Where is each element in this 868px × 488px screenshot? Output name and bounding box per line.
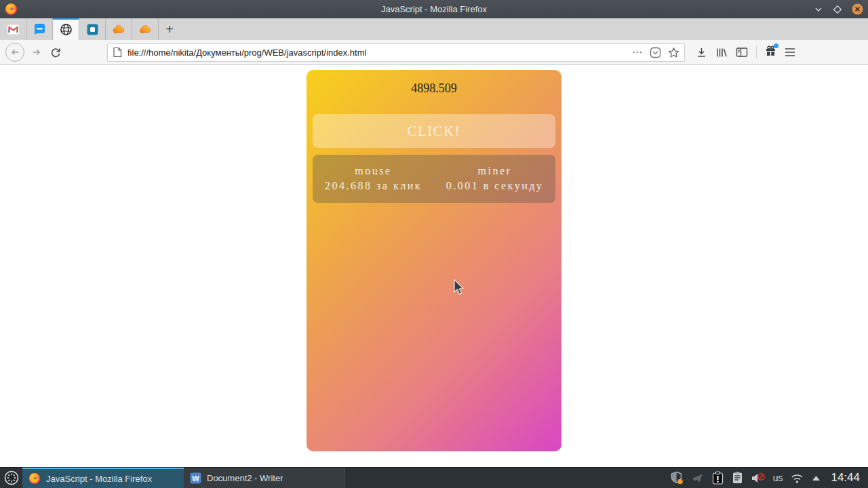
mouse-cursor	[452, 278, 467, 297]
library-icon[interactable]	[715, 47, 728, 58]
download-icon[interactable]	[696, 47, 707, 58]
upgrades-panel: mouse 204.688 за клик miner 0.001 в секу…	[313, 155, 555, 203]
back-button[interactable]	[5, 43, 24, 62]
keyboard-layout-indicator[interactable]: us	[773, 472, 783, 483]
forward-button[interactable]	[27, 43, 46, 62]
tab-bar: +	[0, 18, 868, 40]
tab-gmail[interactable]	[0, 18, 26, 40]
caret-up-icon[interactable]	[812, 475, 821, 481]
taskbar-task-firefox[interactable]: JavaScript - Mozilla Firefox	[22, 468, 184, 488]
upgrade-name: mouse	[313, 164, 434, 179]
clock[interactable]: 14:44	[831, 471, 860, 485]
cloud-icon	[113, 23, 125, 36]
close-icon[interactable]	[852, 3, 863, 15]
app-launcher-button[interactable]	[0, 468, 22, 488]
page-icon	[113, 47, 122, 58]
window-titlebar: JavaScript - Mozilla Firefox	[0, 0, 868, 18]
upgrade-mouse[interactable]: mouse 204.688 за клик	[313, 164, 434, 203]
back-icon	[9, 47, 20, 58]
toolbar-separator	[756, 45, 757, 59]
menu-icon[interactable]	[785, 48, 795, 57]
new-tab-button[interactable]: +	[159, 18, 180, 40]
clipboard-warning-icon[interactable]	[711, 471, 724, 485]
upgrade-miner[interactable]: miner 0.001 в секунду	[434, 164, 555, 203]
sidebar-icon[interactable]	[736, 47, 748, 58]
forward-icon	[31, 47, 42, 58]
taskbar-task-writer[interactable]: W Document2 - Writer	[184, 468, 345, 488]
firefox-icon	[28, 472, 41, 485]
tab-blue-app[interactable]	[79, 18, 106, 40]
upgrade-rate: 204.688 за клик	[313, 179, 434, 193]
shield-badge-icon[interactable]	[670, 471, 684, 485]
pocket-icon[interactable]	[650, 47, 661, 58]
upgrade-name: miner	[434, 164, 555, 179]
wifi-icon[interactable]	[790, 472, 804, 484]
score-value: 4898.509	[313, 81, 555, 96]
blue-app-icon	[86, 23, 99, 36]
svg-text:W: W	[192, 474, 199, 482]
maximize-icon[interactable]	[833, 5, 842, 14]
page-actions-button[interactable]: ⋯	[632, 46, 643, 58]
messages-icon	[33, 23, 46, 36]
window-title: JavaScript - Mozilla Firefox	[0, 4, 868, 14]
reload-icon	[50, 47, 61, 58]
tab-cloud-1[interactable]	[106, 18, 132, 40]
cloud-icon	[139, 23, 152, 36]
clicker-game-card: 4898.509 CLICK! mouse 204.688 за клик mi…	[307, 70, 561, 451]
browser-viewport: 4898.509 CLICK! mouse 204.688 за клик mi…	[0, 65, 868, 467]
bookmark-star-icon[interactable]	[668, 47, 679, 58]
task-label: JavaScript - Mozilla Firefox	[46, 474, 152, 484]
firefox-icon	[5, 3, 18, 16]
notification-dot	[774, 43, 778, 48]
system-tray: us 14:44	[670, 468, 868, 488]
url-text[interactable]: file:///home/nikita/Документы/prog/WEB/j…	[127, 48, 366, 58]
app-launcher-icon	[4, 470, 19, 485]
taskbar: JavaScript - Mozilla Firefox W Document2…	[0, 467, 868, 488]
writer-icon: W	[190, 472, 201, 484]
desktop: JavaScript - Mozilla Firefox	[0, 0, 868, 488]
volume-muted-icon[interactable]	[751, 472, 766, 485]
minimize-icon[interactable]	[814, 5, 823, 14]
tab-cloud-2[interactable]	[132, 18, 159, 40]
navigation-toolbar: file:///home/nikita/Документы/prog/WEB/j…	[0, 40, 868, 65]
reload-button[interactable]	[46, 43, 65, 62]
task-label: Document2 - Writer	[207, 473, 283, 483]
send-plane-icon[interactable]	[691, 472, 704, 485]
gmail-icon	[7, 23, 20, 36]
url-bar[interactable]: file:///home/nikita/Документы/prog/WEB/j…	[107, 43, 685, 62]
tab-current-page[interactable]	[53, 18, 79, 40]
globe-icon	[60, 23, 73, 36]
tab-messages[interactable]	[26, 18, 53, 40]
whats-new-button[interactable]	[765, 45, 776, 60]
clipboard-icon[interactable]	[732, 471, 743, 485]
click-button[interactable]: CLICK!	[313, 114, 555, 148]
upgrade-rate: 0.001 в секунду	[434, 179, 555, 193]
